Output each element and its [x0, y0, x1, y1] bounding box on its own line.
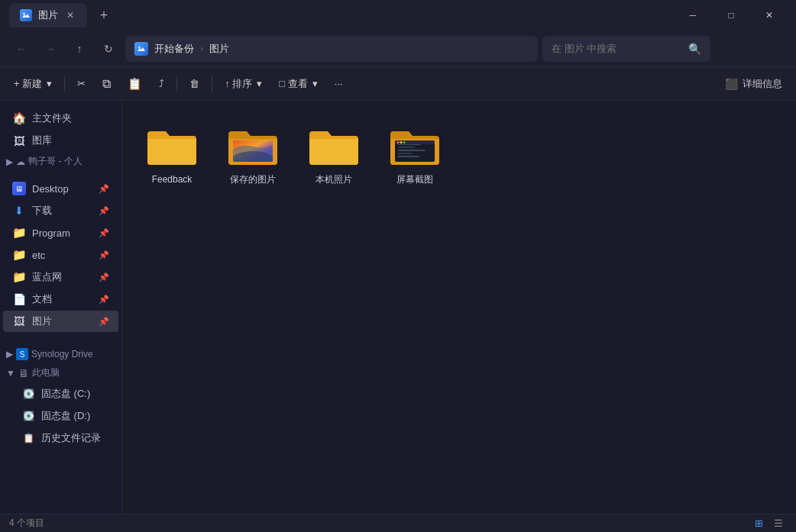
- sidebar-item-bluepoint[interactable]: 📁 蓝点网 📌: [3, 266, 118, 288]
- folder-local-photos-label: 本机照片: [315, 174, 352, 186]
- minimize-button[interactable]: ─: [675, 3, 710, 27]
- refresh-button[interactable]: ↻: [96, 37, 121, 61]
- sidebar-item-downloads[interactable]: ⬇ 下载 📌: [3, 200, 118, 221]
- sidebar-history-label: 历史文件记录: [41, 431, 101, 445]
- back-button[interactable]: ←: [9, 37, 34, 61]
- svg-rect-13: [398, 156, 419, 157]
- cut-button[interactable]: ✂: [70, 72, 93, 96]
- close-button[interactable]: ✕: [752, 3, 787, 27]
- search-input[interactable]: [552, 43, 682, 54]
- folder-icon-screenshots: [387, 122, 442, 168]
- history-icon: 📋: [21, 431, 35, 445]
- list-view-button[interactable]: ☰: [770, 515, 787, 532]
- details-label: 详细信息: [743, 77, 782, 91]
- share-button[interactable]: ⤴: [151, 72, 172, 96]
- toolbar: + 新建 ▾ ✂ ⧉ 📋 ⤴ 🗑 ↑ 排序 ▾ □ 查看 ▾ ··· ⬛ 详细信…: [0, 67, 796, 101]
- breadcrumb-root: 开始备份: [154, 42, 194, 56]
- breadcrumb-separator: ›: [200, 43, 203, 54]
- sidebar-item-drive-c[interactable]: 💽 固态盘 (C:): [3, 383, 118, 405]
- pin-icon-etc: 📌: [99, 250, 109, 260]
- more-button[interactable]: ···: [327, 72, 351, 96]
- svg-point-17: [403, 141, 406, 143]
- delete-icon: 🗑: [189, 78, 199, 89]
- desktop-icon: 🖥: [12, 182, 26, 195]
- delete-button[interactable]: 🗑: [182, 72, 207, 96]
- svg-point-16: [400, 141, 403, 143]
- forward-button[interactable]: →: [38, 37, 63, 61]
- sidebar-documents-label: 文档: [32, 292, 52, 306]
- new-button[interactable]: + 新建 ▾: [6, 72, 60, 96]
- item-count: 4 个项目: [9, 517, 44, 530]
- sidebar-collapse-pc[interactable]: ▼ 🖥 此电脑: [0, 363, 121, 382]
- folder-screenshots[interactable]: 屏幕截图: [380, 116, 449, 192]
- sidebar-collapse-cloud[interactable]: ▶ ☁ 鸭子哥 - 个人: [0, 152, 121, 171]
- tab-close-button[interactable]: ✕: [64, 9, 76, 21]
- breadcrumb-app-icon: [134, 42, 148, 56]
- sidebar: 🏠 主文件夹 🖼 图库 ▶ ☁ 鸭子哥 - 个人 🖥 Desktop 📌 ⬇ 下…: [0, 101, 122, 514]
- sidebar-gallery-label: 图库: [32, 134, 52, 147]
- sidebar-desktop-label: Desktop: [32, 183, 69, 195]
- view-button[interactable]: □ 查看 ▾: [271, 72, 325, 96]
- sidebar-item-history[interactable]: 📋 历史文件记录: [3, 427, 118, 449]
- search-bar[interactable]: 🔍: [542, 36, 710, 62]
- breadcrumb[interactable]: 开始备份 › 图片: [125, 36, 538, 62]
- pin-icon-program: 📌: [99, 228, 109, 238]
- sidebar-item-drive-d[interactable]: 💽 固态盘 (D:): [3, 405, 118, 427]
- sidebar-item-gallery[interactable]: 🖼 图库: [3, 130, 118, 151]
- svg-rect-10: [398, 147, 415, 148]
- sidebar-item-etc[interactable]: 📁 etc 📌: [3, 244, 118, 266]
- toolbar-right: ⬛ 详细信息: [717, 72, 790, 96]
- downloads-icon: ⬇: [12, 204, 26, 218]
- sidebar-item-program[interactable]: 📁 Program 📌: [3, 222, 118, 243]
- navbar: ← → ↑ ↻ 开始备份 › 图片 🔍: [0, 31, 796, 67]
- folder-feedback[interactable]: Feedback: [138, 116, 206, 192]
- copy-button[interactable]: ⧉: [95, 72, 118, 96]
- main-layout: 🏠 主文件夹 🖼 图库 ▶ ☁ 鸭子哥 - 个人 🖥 Desktop 📌 ⬇ 下…: [0, 101, 796, 514]
- paste-button[interactable]: 📋: [120, 72, 150, 96]
- documents-icon: 📄: [12, 292, 26, 306]
- sidebar-pc-label: 此电脑: [32, 366, 60, 379]
- titlebar: 图片 ✕ + ─ □ ✕: [0, 0, 796, 31]
- sidebar-item-documents[interactable]: 📄 文档 📌: [3, 289, 118, 310]
- sidebar-item-pictures[interactable]: 🖼 图片 📌: [3, 311, 118, 332]
- details-button[interactable]: ⬛ 详细信息: [717, 72, 790, 96]
- breadcrumb-current: 图片: [209, 42, 229, 56]
- sidebar-item-desktop[interactable]: 🖥 Desktop 📌: [3, 178, 118, 199]
- view-dropdown-icon: ▾: [312, 78, 318, 89]
- synology-arrow: ▶: [6, 349, 13, 360]
- sidebar-item-home[interactable]: 🏠 主文件夹: [3, 108, 118, 129]
- pin-icon-pictures: 📌: [99, 317, 109, 327]
- svg-rect-12: [398, 153, 412, 154]
- svg-point-15: [397, 141, 400, 143]
- etc-icon: 📁: [12, 248, 26, 262]
- new-tab-button[interactable]: +: [93, 5, 115, 26]
- folder-local-photos[interactable]: 本机照片: [299, 116, 368, 192]
- folder-feedback-label: Feedback: [152, 174, 193, 186]
- sort-dropdown-icon: ▾: [257, 78, 262, 89]
- pin-icon-bluepoint: 📌: [99, 272, 109, 282]
- search-icon: 🔍: [688, 43, 701, 55]
- pin-icon-documents: 📌: [99, 295, 109, 305]
- statusbar-right: ⊞ ☰: [750, 515, 787, 532]
- new-button-label: + 新建: [14, 77, 42, 91]
- toolbar-separator-2: [176, 76, 177, 92]
- folder-saved-photos[interactable]: 保存的图片: [218, 116, 287, 192]
- sidebar-etc-label: etc: [32, 250, 45, 261]
- sidebar-home-label: 主文件夹: [32, 111, 72, 125]
- maximize-button[interactable]: □: [713, 3, 749, 27]
- sidebar-program-label: Program: [32, 227, 70, 239]
- svg-point-2: [138, 46, 141, 48]
- grid-view-button[interactable]: ⊞: [750, 515, 767, 532]
- sidebar-collapse-synology[interactable]: ▶ S Synology Drive: [0, 345, 121, 363]
- more-icon: ···: [335, 78, 343, 89]
- folder-icon-saved-photos: [225, 122, 280, 168]
- gallery-icon: 🖼: [12, 134, 26, 147]
- tab-label: 图片: [38, 8, 58, 22]
- sidebar-pictures-label: 图片: [32, 314, 52, 328]
- sort-button[interactable]: ↑ 排序 ▾: [217, 72, 270, 96]
- drive-c-icon: 💽: [21, 387, 35, 401]
- active-tab[interactable]: 图片 ✕: [9, 3, 87, 27]
- new-dropdown-icon: ▾: [47, 78, 52, 89]
- sidebar-bluepoint-label: 蓝点网: [32, 270, 62, 284]
- up-button[interactable]: ↑: [67, 37, 92, 61]
